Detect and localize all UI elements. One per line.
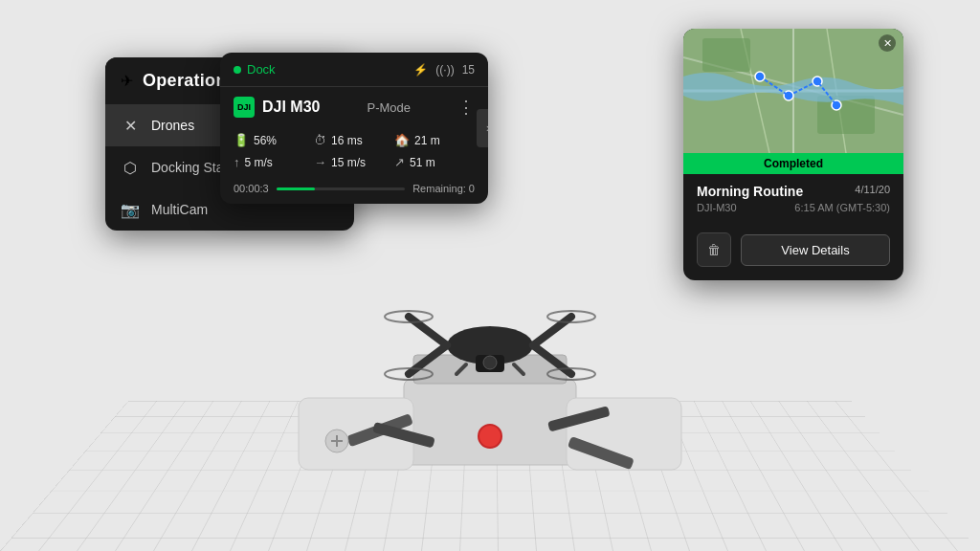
drone-name-block: DJI DJI M30 <box>234 97 320 118</box>
drone-title-row: DJI DJI M30 P-Mode ⋮ <box>220 87 488 123</box>
dock-status-dot <box>234 66 241 74</box>
drones-icon: ✕ <box>121 116 140 135</box>
ops-header-left: ✈ Operations <box>121 71 236 91</box>
drone-info-panel: Dock ⚡ ((·)) 15 DJI DJI M30 P-Mode ⋮ 🔋 5… <box>220 53 488 204</box>
latency-stat: ⏱ 16 ms <box>314 129 394 151</box>
max-wind-value: 15 m/s <box>331 156 366 169</box>
mission-delete-button[interactable]: 🗑 <box>697 232 731 267</box>
wind-icon: ↑ <box>234 155 240 169</box>
docking-icon: ⬡ <box>121 158 140 177</box>
altitude-stat: 🏠 21 m <box>394 129 475 151</box>
distance-value: 51 m <box>410 156 435 169</box>
progress-bar <box>277 187 405 190</box>
multicam-label: MultiCam <box>151 202 208 217</box>
distance-stat: ↗ 51 m <box>394 151 475 173</box>
drone-name: DJI M30 <box>262 99 320 116</box>
max-wind-stat: → 15 m/s <box>314 151 394 173</box>
mission-close-button[interactable]: ✕ <box>879 34 896 52</box>
mission-actions: 🗑 View Details <box>683 223 903 280</box>
svg-rect-31 <box>702 38 750 72</box>
wind-stat: ↑ 5 m/s <box>234 151 314 173</box>
mission-title-row: Morning Routine 4/11/20 <box>697 184 890 199</box>
svg-point-8 <box>479 425 501 448</box>
drone-panel-header: Dock ⚡ ((·)) 15 <box>220 53 488 87</box>
battery-icon: 🔋 <box>234 133 249 147</box>
battery-stat: 🔋 56% <box>234 129 314 151</box>
drone-mode: P-Mode <box>367 100 411 115</box>
camera-icon: 📷 <box>121 200 140 219</box>
mission-time: 6:15 AM (GMT-5:30) <box>794 202 890 213</box>
mission-drone-name: DJI-M30 <box>697 202 737 213</box>
altitude-value: 21 m <box>414 134 440 147</box>
expand-icon: › <box>486 121 488 135</box>
mission-subtitle-row: DJI-M30 6:15 AM (GMT-5:30) <box>697 202 890 213</box>
signal-count: 15 <box>462 63 475 77</box>
home-icon: 🏠 <box>394 133 410 147</box>
distance-icon: ↗ <box>394 155 405 169</box>
signal-icon: ((·)) <box>435 63 454 77</box>
progress-start-text: 00:00:3 <box>234 183 269 194</box>
wind-value: 5 m/s <box>245 156 273 169</box>
drone-progress-row: 00:00:3 Remaining: 0 <box>220 183 488 204</box>
mission-date: 4/11/20 <box>855 184 890 195</box>
latency-value: 16 ms <box>331 134 363 147</box>
mission-view-details-button[interactable]: View Details <box>741 234 890 266</box>
svg-point-19 <box>483 356 497 369</box>
drone-expand-button[interactable]: › <box>477 109 488 147</box>
dock-status: Dock <box>234 62 276 77</box>
wind-max-icon: → <box>314 155 326 169</box>
dock-label-text: Dock <box>247 62 276 77</box>
mission-panel: ✕ Completed Morning Routine 4/11/20 DJI-… <box>683 29 903 280</box>
drones-label: Drones <box>151 118 194 133</box>
drone-header-icons: ⚡ ((·)) 15 <box>413 63 475 77</box>
drone-station-illustration <box>289 207 691 494</box>
mission-info: Morning Routine 4/11/20 DJI-M30 6:15 AM … <box>683 174 903 223</box>
lightning-icon: ⚡ <box>413 63 428 77</box>
mission-map: ✕ <box>683 29 903 153</box>
mission-name: Morning Routine <box>697 184 803 199</box>
clock-icon: ⏱ <box>314 133 326 147</box>
plane-icon: ✈ <box>121 72 133 90</box>
drone-stats-grid: 🔋 56% ⏱ 16 ms 🏠 21 m ↑ 5 m/s → 15 m/s ↗ … <box>220 123 488 183</box>
delete-icon: 🗑 <box>707 242 721 257</box>
mission-status-bar: Completed <box>683 153 903 174</box>
drone-more-button[interactable]: ⋮ <box>457 97 475 118</box>
progress-fill <box>277 187 315 190</box>
progress-remaining-text: Remaining: 0 <box>412 183 475 194</box>
dji-icon: DJI <box>234 97 255 118</box>
battery-value: 56% <box>254 134 277 147</box>
